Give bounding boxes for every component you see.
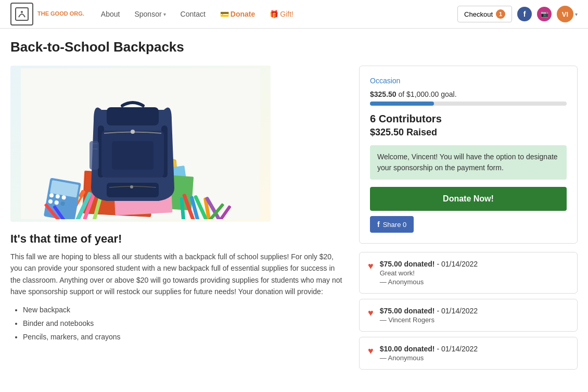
campaign-image — [10, 66, 271, 222]
welcome-message: Welcome, Vincent! You will have the opti… — [370, 145, 567, 180]
svg-point-1 — [21, 11, 23, 13]
goal-text: $325.50 of $1,000.00 goal. — [370, 90, 567, 98]
avatar: VI — [557, 6, 573, 22]
heart-icon: ♥ — [368, 308, 374, 319]
donation-donor-2: — Vincent Rogers — [380, 316, 569, 324]
campaign-body: This fall we are hoping to bless all our… — [10, 251, 343, 298]
campaign-bullets: New backpack Binder and notebooks Pencil… — [23, 304, 343, 343]
donation-info-1: $75.00 donated! - 01/14/2022 Great work!… — [380, 260, 569, 286]
donation-card-2: ♥ $75.00 donated! - 01/14/2022 — Vincent… — [359, 299, 578, 332]
svg-rect-35 — [107, 183, 159, 197]
bullet-item: Binder and notebooks — [23, 318, 343, 329]
raised-amount: $325.50 Raised — [370, 127, 567, 138]
checkout-button[interactable]: Checkout 1 — [457, 6, 512, 22]
donation-note-1: Great work! — [380, 269, 569, 277]
facebook-share-button[interactable]: f Share 0 — [370, 216, 414, 233]
checkout-count: 1 — [496, 9, 505, 19]
nav-gift[interactable]: 🎁Gift! — [263, 7, 300, 21]
facebook-share-icon: f — [377, 220, 380, 229]
facebook-icon[interactable]: f — [517, 7, 532, 21]
donation-info-3: $10.00 donated! - 01/14/2022 — Anonymous — [380, 345, 569, 362]
gift-icon: 🎁 — [270, 10, 278, 18]
bullet-item: New backpack — [23, 304, 343, 315]
donation-amount-2: $75.00 donated! - 01/14/2022 — [380, 307, 569, 315]
progress-bar-background — [370, 102, 567, 106]
donation-info-2: $75.00 donated! - 01/14/2022 — Vincent R… — [380, 307, 569, 324]
user-menu[interactable]: VI ▾ — [557, 6, 578, 22]
progress-bar-fill — [370, 102, 434, 106]
nav-about[interactable]: About — [95, 7, 126, 21]
right-column: Occasion $325.50 of $1,000.00 goal. 6 Co… — [359, 66, 578, 375]
svg-rect-31 — [107, 107, 159, 125]
logo-text: THE GOOD ORG. — [37, 10, 84, 17]
donation-donor-1: — Anonymous — [380, 278, 569, 286]
content-layout: It's that time of year! This fall we are… — [10, 66, 578, 375]
donation-card-3: ♥ $10.00 donated! - 01/14/2022 — Anonymo… — [359, 337, 578, 370]
instagram-icon[interactable]: 📷 — [537, 7, 552, 21]
heart-icon: ♥ — [368, 261, 374, 272]
occasion-label: Occasion — [370, 77, 567, 85]
goal-suffix: of $1,000.00 goal. — [397, 90, 457, 98]
chevron-down-icon: ▾ — [163, 11, 166, 17]
goal-current: $325.50 — [370, 90, 397, 98]
donation-card-1: ♥ $75.00 donated! - 01/14/2022 Great wor… — [359, 252, 578, 294]
page-title: Back-to-School Backpacks — [10, 39, 578, 55]
svg-rect-39 — [112, 141, 154, 170]
avatar-chevron-icon: ▾ — [575, 11, 578, 17]
logo-icon — [10, 3, 33, 26]
campaign-heading: It's that time of year! — [10, 232, 343, 246]
backpack-illustration — [10, 66, 271, 222]
svg-point-41 — [130, 185, 133, 188]
donation-amount-1: $75.00 donated! - 01/14/2022 — [380, 260, 569, 268]
svg-rect-36 — [90, 141, 99, 170]
nav-links: About Sponsor ▾ Contact 💳Donate 🎁Gift! — [95, 7, 457, 21]
bullet-item: Pencils, markers, and crayons — [23, 331, 343, 343]
logo[interactable]: THE GOOD ORG. — [10, 3, 84, 26]
left-column: It's that time of year! This fall we are… — [10, 66, 343, 375]
credit-card-icon: 💳 — [220, 10, 229, 18]
nav-donate[interactable]: 💳Donate — [214, 7, 261, 21]
donation-amount-3: $10.00 donated! - 01/14/2022 — [380, 345, 569, 353]
heart-icon: ♥ — [368, 346, 374, 357]
svg-point-40 — [131, 130, 135, 134]
page-container: Back-to-School Backpacks — [0, 29, 588, 385]
contributors-count: 6 Contributors — [370, 113, 567, 125]
navbar: THE GOOD ORG. About Sponsor ▾ Contact 💳D… — [0, 0, 588, 29]
navbar-right: Checkout 1 f 📷 VI ▾ — [457, 6, 578, 22]
nav-sponsor[interactable]: Sponsor ▾ — [128, 7, 172, 21]
donate-now-button[interactable]: Donate Now! — [370, 187, 567, 211]
nav-contact[interactable]: Contact — [174, 7, 212, 21]
donation-donor-3: — Anonymous — [380, 354, 569, 362]
facebook-share-label: Share 0 — [383, 221, 407, 229]
campaign-panel: Occasion $325.50 of $1,000.00 goal. 6 Co… — [359, 66, 578, 244]
